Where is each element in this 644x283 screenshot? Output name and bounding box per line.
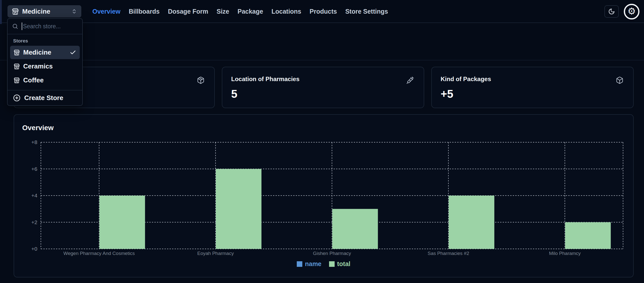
y-axis-tick: +2	[31, 219, 37, 225]
legend-swatch-total	[329, 261, 335, 267]
store-icon	[14, 50, 20, 56]
y-axis-tick: +6	[31, 166, 37, 172]
plus-circle-icon	[13, 94, 20, 102]
overview-chart-title: Overview	[22, 124, 54, 132]
store-item-medicine[interactable]: Medicine	[10, 46, 80, 59]
nav-link-products[interactable]: Products	[310, 8, 337, 15]
store-search-row	[8, 19, 82, 34]
box-icon	[616, 76, 624, 84]
bar-total-3[interactable]	[332, 209, 378, 249]
store-icon	[14, 77, 20, 83]
stat-card-location-of-pharmacies: Location of Pharmacies5	[222, 67, 424, 108]
store-switcher-label: Medicine	[22, 8, 50, 15]
store-icon	[14, 63, 20, 69]
stat-card-value: +5	[441, 88, 624, 100]
chart-legend: nametotal	[14, 260, 633, 268]
legend-swatch-name	[297, 261, 302, 267]
stat-card-header: Kind of Packages	[441, 76, 624, 84]
store-item-label: Medicine	[23, 49, 51, 56]
moon-icon	[608, 8, 615, 15]
main-nav: OverviewBillboardsDosage FormSizePackage…	[92, 0, 388, 23]
store-search-input[interactable]	[23, 23, 78, 30]
navbar-actions: ⚙	[604, 0, 639, 23]
nav-link-size[interactable]: Size	[217, 8, 229, 15]
stat-card-kind-of-packages: Kind of Packages+5	[431, 67, 634, 108]
text-caret	[22, 22, 22, 30]
stores-group-label: Stores	[13, 38, 82, 44]
gear-icon: ⚙	[627, 7, 636, 16]
nav-link-package[interactable]: Package	[237, 8, 263, 15]
create-store-label: Create Store	[24, 94, 63, 102]
store-switcher-dropdown: Stores MedicineCeramicsCoffee Create Sto…	[7, 18, 83, 106]
left-edge-accent	[0, 0, 2, 24]
nav-link-dosage-form[interactable]: Dosage Form	[168, 8, 208, 15]
theme-toggle-button[interactable]	[604, 5, 619, 18]
y-axis-tick: +0	[31, 246, 37, 252]
store-item-coffee[interactable]: Coffee	[10, 74, 80, 87]
y-axis-tick: +4	[31, 193, 37, 198]
bar-total-1[interactable]	[99, 196, 145, 249]
store-icon	[12, 8, 19, 15]
store-list: MedicineCeramicsCoffee	[8, 46, 82, 87]
nav-link-billboards[interactable]: Billboards	[129, 8, 159, 15]
legend-item-total: total	[329, 260, 351, 268]
store-item-label: Ceramics	[23, 62, 53, 70]
x-axis-label: Sas Pharmacies #2	[428, 251, 469, 256]
create-store-item[interactable]: Create Store	[8, 90, 82, 105]
legend-label-total: total	[337, 260, 351, 268]
x-axis-label: Milo Pharamcy	[549, 251, 581, 256]
store-item-label: Coffee	[23, 76, 44, 84]
bar-total-4[interactable]	[449, 196, 494, 249]
overview-chart-card: Overview +0+2+4+6+8Wegen Pharmacy And Co…	[14, 114, 634, 277]
store-switcher[interactable]: Medicine	[8, 5, 81, 17]
search-icon	[12, 23, 18, 29]
stat-card-value: 5	[231, 88, 414, 100]
header-separator	[0, 60, 644, 60]
syringe-icon	[406, 76, 414, 84]
settings-button[interactable]: ⚙	[624, 4, 639, 19]
bar-total-5[interactable]	[565, 222, 611, 249]
y-axis-tick: +8	[31, 139, 37, 145]
chevrons-up-down-icon	[71, 9, 77, 14]
package-icon	[197, 76, 205, 84]
bar-chart: +0+2+4+6+8Wegen Pharmacy And CosmeticsEo…	[20, 137, 628, 263]
nav-link-store-settings[interactable]: Store Settings	[345, 8, 388, 15]
legend-item-name: name	[297, 260, 321, 268]
stat-card-title: Location of Pharmacies	[231, 76, 300, 82]
bar-total-2[interactable]	[216, 169, 261, 249]
x-axis-label: Eoyah Pharmacy	[197, 251, 234, 256]
x-axis-label: Gishen Pharmacy	[313, 251, 351, 256]
stat-card-title: Kind of Packages	[441, 76, 491, 82]
nav-link-locations[interactable]: Locations	[272, 8, 301, 15]
x-axis-label: Wegen Pharmacy And Cosmetics	[63, 251, 135, 256]
stat-card-header: Location of Pharmacies	[231, 76, 414, 84]
top-navbar: Medicine OverviewBillboardsDosage FormSi…	[0, 0, 644, 23]
check-icon	[70, 49, 76, 56]
nav-link-overview[interactable]: Overview	[92, 8, 120, 15]
store-item-ceramics[interactable]: Ceramics	[10, 60, 80, 73]
legend-label-name: name	[305, 260, 321, 268]
